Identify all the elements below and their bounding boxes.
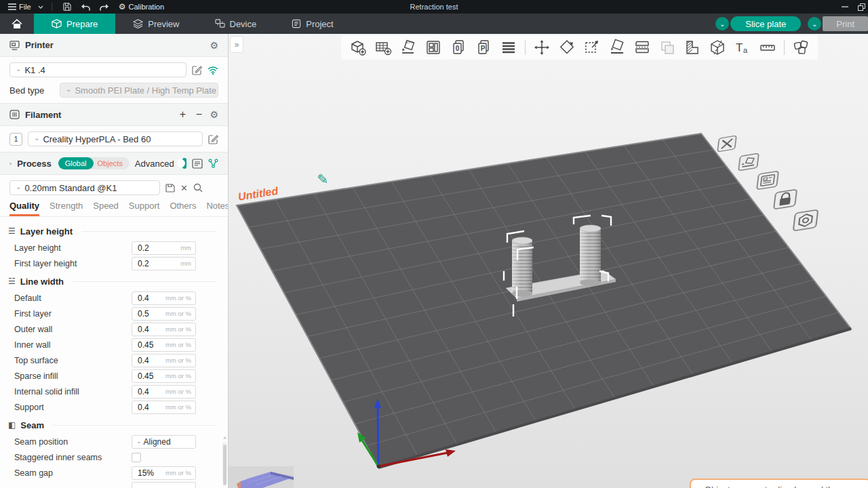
add-plate-icon[interactable]	[374, 39, 392, 56]
process-tab-others[interactable]: Others	[170, 201, 196, 216]
calibration-button[interactable]: ⚙ Calibration	[116, 0, 167, 14]
tab-project[interactable]: Project	[274, 14, 351, 34]
clear-preset-button[interactable]: ✕	[180, 183, 188, 193]
layer-height-icon: ☰	[8, 227, 16, 235]
move-icon[interactable]	[533, 39, 551, 56]
viewport-3d[interactable]: Untitled ✎	[229, 34, 868, 488]
add-filament-button[interactable]: +	[177, 109, 188, 120]
arrange-plate-icon[interactable]	[738, 153, 759, 171]
setting-input[interactable]: 0.4mm or %	[132, 385, 196, 399]
object-list-icon[interactable]	[500, 39, 517, 56]
tab-preview[interactable]: Preview	[115, 14, 197, 34]
chevron-down-icon[interactable]	[38, 5, 43, 9]
group-title: Line width	[20, 277, 64, 287]
save-button[interactable]	[60, 0, 74, 14]
split-icon[interactable]	[633, 39, 651, 56]
layout-settings-icon[interactable]	[425, 39, 442, 56]
setting-label: First layer height	[14, 259, 132, 268]
scope-global-button[interactable]: Global	[58, 157, 94, 169]
process-tab-support[interactable]: Support	[129, 201, 160, 216]
edit-icon	[192, 65, 202, 75]
wifi-button[interactable]	[208, 66, 218, 75]
setting-input[interactable]: 0.45mm or %	[132, 369, 196, 383]
scrollbar-thumb[interactable]	[223, 445, 226, 485]
setting-label: Seam gap	[14, 468, 132, 478]
setting-input[interactable]: 0.4mm or %	[132, 323, 196, 336]
rotate-icon[interactable]	[558, 39, 576, 56]
file-menu[interactable]: File	[5, 0, 34, 14]
setting-input[interactable]: 0.2mm	[132, 241, 196, 255]
tab-device[interactable]: Device	[197, 14, 275, 34]
add-model-icon[interactable]	[349, 39, 367, 56]
bed-type-select[interactable]: ⌄ Smooth PEI Plate / High Temp Plate	[60, 83, 218, 98]
process-preset-select[interactable]: ⌄ 0.20mm Standard @K1	[9, 180, 160, 195]
print-options-dropdown[interactable]: ⌄	[808, 17, 821, 30]
filament-select[interactable]: ⌄ Creality HyperPLA - Bed 60	[28, 131, 203, 146]
scope-objects-button[interactable]: Objects	[88, 157, 130, 169]
parameter-tree-button[interactable]	[208, 159, 218, 169]
process-document-icon[interactable]: P	[475, 39, 492, 56]
list-icon	[192, 159, 203, 169]
save-preset-button[interactable]	[165, 184, 175, 192]
lock-plate-icon[interactable]	[774, 189, 797, 209]
orientation-document-icon[interactable]: 0	[450, 39, 467, 56]
search-preset-button[interactable]	[193, 183, 203, 192]
pencil-icon[interactable]: ✎	[317, 171, 328, 186]
setting-input[interactable]: 0.5mm or %	[132, 307, 196, 321]
setting-input[interactable]: 0.2mm	[132, 257, 196, 270]
scene-canvas[interactable]: Untitled ✎	[229, 34, 868, 488]
process-tab-quality[interactable]: Quality	[9, 201, 39, 216]
tab-prepare[interactable]: Prepare	[34, 14, 115, 34]
restore-button[interactable]	[858, 3, 865, 11]
setting-input[interactable]: 0.4mm or %	[132, 291, 196, 305]
plate-settings-icon[interactable]	[757, 171, 778, 189]
edit-printer-button[interactable]	[192, 65, 202, 75]
parameter-list-button[interactable]	[192, 159, 203, 169]
lay-on-face-icon[interactable]	[608, 39, 626, 56]
slice-options-dropdown[interactable]: ⌄	[715, 17, 729, 30]
plate-gear-icon[interactable]	[793, 209, 818, 230]
measure-icon[interactable]	[759, 39, 776, 56]
process-tab-speed[interactable]: Speed	[93, 201, 119, 216]
minimize-button[interactable]	[842, 3, 848, 10]
collapse-panel-button[interactable]: »	[230, 36, 243, 53]
delete-plate-icon[interactable]	[717, 136, 736, 152]
print-button[interactable]: Print	[823, 16, 868, 31]
slice-plate-button[interactable]: Slice plate	[730, 16, 801, 31]
edit-filament-button[interactable]	[208, 134, 218, 144]
titlebar: File ⚙ Calibration Retraction test	[0, 0, 868, 14]
sidebar: Printer ⚙ ⌄ K1 .4	[0, 34, 229, 488]
setting-select[interactable]: ⌄	[132, 482, 196, 488]
cut-icon[interactable]	[709, 39, 726, 56]
process-tab-strength[interactable]: Strength	[50, 201, 83, 216]
scroll-up-arrow[interactable]: ˄	[222, 435, 227, 441]
auto-arrange-icon[interactable]: AUTO	[399, 39, 417, 56]
setting-select[interactable]: ⌄Aligned	[132, 435, 196, 449]
setting-row: Seam position⌄Aligned	[8, 434, 228, 449]
filament-gear-icon[interactable]: ⚙	[210, 110, 218, 119]
advanced-toggle[interactable]	[182, 158, 186, 169]
remove-filament-button[interactable]: −	[193, 109, 204, 120]
setting-checkbox[interactable]	[132, 453, 141, 462]
setting-input[interactable]: 0.4mm or %	[132, 354, 196, 367]
printer-gear-icon[interactable]: ⚙	[210, 41, 218, 50]
fill-icon[interactable]	[684, 39, 701, 56]
setting-row: ⌄	[8, 481, 228, 488]
filament-section-title: Filament	[25, 110, 61, 120]
undo-button[interactable]	[78, 0, 93, 14]
setting-label: Layer height	[14, 243, 132, 253]
process-tab-notes[interactable]: Notes	[206, 201, 229, 216]
edit-icon	[208, 134, 218, 144]
text-icon[interactable]: Ta	[734, 39, 751, 56]
setting-input[interactable]: 15%mm or %	[132, 466, 196, 480]
redo-button[interactable]	[97, 0, 112, 14]
home-button[interactable]	[0, 14, 34, 34]
printer-select[interactable]: ⌄ K1 .4	[9, 62, 186, 77]
plate-thumbnail[interactable]	[229, 466, 294, 488]
settings-scrollbar[interactable]: ˄	[222, 442, 227, 481]
notification-toast: Objects are protruding beyond the	[690, 479, 868, 488]
color-paint-icon[interactable]	[792, 39, 810, 56]
setting-input[interactable]: 0.4mm or %	[132, 401, 196, 414]
scale-icon[interactable]	[583, 39, 601, 56]
setting-input[interactable]: 0.45mm or %	[132, 338, 196, 352]
